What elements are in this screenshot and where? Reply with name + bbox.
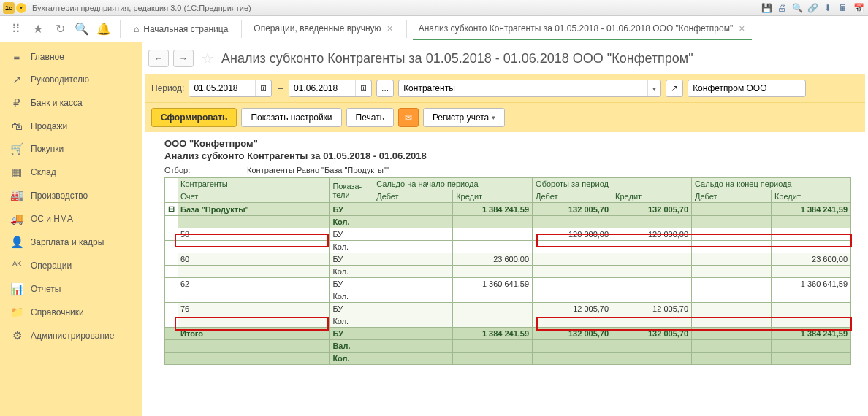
subconto-input[interactable] xyxy=(399,80,647,96)
search-tool-icon[interactable]: 🔍 xyxy=(72,19,92,39)
calendar-icon[interactable]: 🗓 xyxy=(355,80,371,96)
tab-home[interactable]: ⌂ Начальная страница xyxy=(126,24,235,34)
tab-analysis[interactable]: Анализ субконто Контрагенты за 01.05.201… xyxy=(413,18,753,40)
cell xyxy=(373,266,453,278)
star-icon[interactable]: ★ xyxy=(28,19,48,39)
subconto-select[interactable]: ▾ xyxy=(398,80,661,97)
sidebar-item-warehouse[interactable]: ▦Склад xyxy=(0,161,142,184)
gear-icon: ⚙ xyxy=(10,329,23,342)
close-icon[interactable]: × xyxy=(737,23,746,34)
sidebar-item-operations[interactable]: ᴬᴷОперации xyxy=(0,254,142,277)
sidebar-item-sales[interactable]: 🛍Продажи xyxy=(0,115,142,137)
app-icon: 1c xyxy=(3,2,15,14)
calendar-icon[interactable]: 🗓 xyxy=(255,80,271,96)
cell xyxy=(373,278,453,290)
sidebar-item-main[interactable]: ≡Главное xyxy=(0,45,142,68)
org-input[interactable] xyxy=(688,80,805,96)
cell: 120 000,00 xyxy=(612,228,692,241)
report-filter: Отбор: Контрагенты Равно "База "Продукты… xyxy=(164,164,862,177)
sidebar-item-bank[interactable]: ₽Банк и касса xyxy=(0,91,142,115)
date-to[interactable]: 🗓 xyxy=(289,80,372,97)
sidebar-item-hr[interactable]: 👤Зарплата и кадры xyxy=(0,231,142,254)
cell xyxy=(692,315,772,328)
calendar-icon[interactable]: 📅 xyxy=(852,2,865,14)
sidebar-item-production[interactable]: 🏭Производство xyxy=(0,184,142,207)
download-icon[interactable]: ⬇ xyxy=(821,2,834,14)
date-to-input[interactable] xyxy=(289,80,355,96)
period-more-button[interactable]: ... xyxy=(376,80,394,97)
person-icon: 👤 xyxy=(10,236,23,249)
cell-ind: БУ xyxy=(330,228,373,241)
cell-ind: Кол. xyxy=(330,266,373,278)
cell xyxy=(692,303,772,315)
tree-collapse-icon[interactable]: ⊟ xyxy=(165,203,178,216)
cell xyxy=(771,340,850,353)
save-icon[interactable]: 💾 xyxy=(760,2,773,14)
sidebar-label: Главное xyxy=(31,52,64,62)
sidebar-item-purchases[interactable]: 🛒Покупки xyxy=(0,137,142,161)
sidebar-item-assets[interactable]: 🚚ОС и НМА xyxy=(0,207,142,231)
cell xyxy=(692,253,772,266)
bell-icon[interactable]: 🔔 xyxy=(94,19,114,39)
col-indicators[interactable]: Показа-тели xyxy=(330,178,373,203)
cell xyxy=(373,241,453,253)
back-button[interactable]: ← xyxy=(148,50,169,67)
col-debit[interactable]: Дебет xyxy=(373,190,453,203)
window-title: Бухгалтерия предприятия, редакция 3.0 (1… xyxy=(32,4,760,12)
cell xyxy=(178,216,330,228)
col-credit[interactable]: Кредит xyxy=(771,190,850,203)
date-from-input[interactable] xyxy=(189,80,255,96)
cell xyxy=(692,203,772,216)
sidebar-item-admin[interactable]: ⚙Администрирование xyxy=(0,324,142,347)
date-from[interactable]: 🗓 xyxy=(189,80,272,97)
print-icon[interactable]: 🖨 xyxy=(775,2,788,14)
settings-button[interactable]: Показать настройки xyxy=(241,108,341,127)
col-start-balance[interactable]: Сальдо на начало периода xyxy=(373,178,533,190)
col-debit[interactable]: Дебет xyxy=(533,190,612,203)
tab-operations[interactable]: Операции, введенные вручную × xyxy=(248,18,400,40)
report-title: Анализ субконто Контрагенты за 01.05.201… xyxy=(164,150,862,164)
cell xyxy=(612,290,692,303)
history-icon[interactable]: ↻ xyxy=(50,19,70,39)
email-button[interactable]: ✉ xyxy=(398,108,419,127)
col-contragents[interactable]: Контрагенты xyxy=(178,178,330,190)
col-credit[interactable]: Кредит xyxy=(612,190,692,203)
bag-icon: 🛍 xyxy=(10,120,23,132)
col-account[interactable]: Счет xyxy=(178,190,330,203)
cell xyxy=(612,353,692,365)
calc-icon[interactable]: 🖩 xyxy=(837,2,850,14)
favorite-star-icon[interactable]: ☆ xyxy=(201,50,214,67)
report-org: ООО "Конфетпром" xyxy=(164,136,862,150)
cell-ind: БУ xyxy=(330,278,373,290)
subconto-open-button[interactable]: ↗ xyxy=(666,80,683,97)
org-select[interactable] xyxy=(688,80,806,97)
register-button[interactable]: Регистр учета ▾ xyxy=(423,108,505,127)
close-icon[interactable]: × xyxy=(386,23,395,34)
link-icon[interactable]: 🔗 xyxy=(806,2,819,14)
app-dropdown[interactable]: ▾ xyxy=(16,3,26,13)
tab-home-label: Начальная страница xyxy=(143,24,228,34)
cell xyxy=(373,340,453,353)
form-button[interactable]: Сформировать xyxy=(151,108,237,127)
col-turnover[interactable]: Обороты за период xyxy=(533,178,692,190)
cell xyxy=(533,290,612,303)
cell-total: Итого xyxy=(178,328,330,340)
col-credit[interactable]: Кредит xyxy=(453,190,533,203)
sidebar-item-catalogs[interactable]: 📁Справочники xyxy=(0,301,142,324)
chevron-down-icon[interactable]: ▾ xyxy=(647,80,660,96)
sidebar-item-manager[interactable]: ↗Руководителю xyxy=(0,68,142,91)
sidebar-item-reports[interactable]: 📊Отчеты xyxy=(0,277,142,301)
apps-icon[interactable]: ⠿ xyxy=(6,19,26,39)
col-debit[interactable]: Дебет xyxy=(692,190,772,203)
cell: 132 005,70 xyxy=(612,328,692,340)
home-icon: ⌂ xyxy=(134,24,139,34)
operations-icon: ᴬᴷ xyxy=(10,259,23,272)
cell: 12 005,70 xyxy=(533,303,612,315)
sidebar-label: Зарплата и кадры xyxy=(31,237,104,247)
cell: 12 005,70 xyxy=(612,303,692,315)
cell-acc: 58 xyxy=(178,228,330,241)
col-end-balance[interactable]: Сальдо на конец периода xyxy=(692,178,851,190)
print-button[interactable]: Печать xyxy=(346,108,394,127)
forward-button[interactable]: → xyxy=(173,50,194,67)
search-icon[interactable]: 🔍 xyxy=(791,2,804,14)
